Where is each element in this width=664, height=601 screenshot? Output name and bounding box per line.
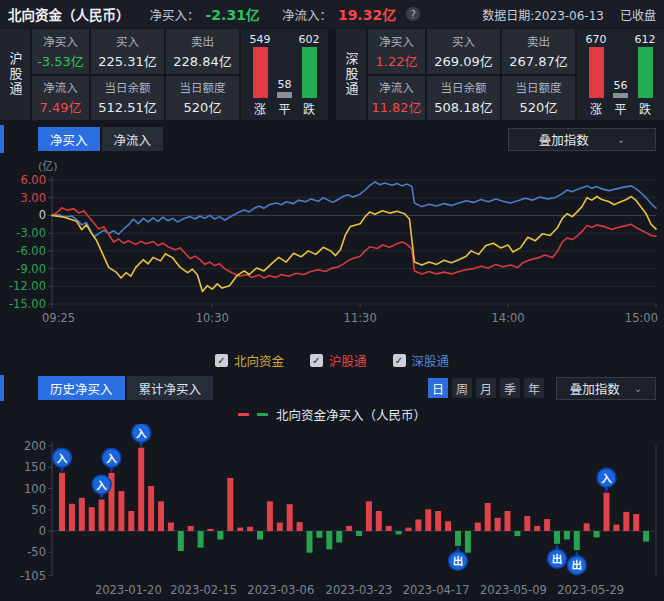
net-buy-bar: [406, 528, 412, 531]
net-buy-bar: [514, 531, 520, 536]
net-buy-bar: [69, 504, 75, 531]
checkbox-checked-icon[interactable]: ✓: [393, 354, 406, 367]
updown-count: 56: [614, 79, 628, 92]
updown-label: 平: [614, 100, 626, 117]
pin-glyph: 入: [601, 472, 612, 484]
net-buy-bar: [544, 519, 550, 531]
tab-intraday-1[interactable]: 净流入: [102, 127, 164, 151]
inflow-pin-marker[interactable]: 入: [92, 475, 111, 498]
updown-bar-down: [638, 47, 653, 98]
net-buy-bar: [277, 523, 283, 532]
updown-count: 549: [250, 33, 271, 46]
net-buy-bar: [495, 518, 501, 531]
date-tick-label: 2023-03-23: [326, 583, 393, 597]
net-buy-bar: [564, 531, 570, 540]
checkbox-checked-icon[interactable]: ✓: [215, 354, 228, 367]
history-tabs: 历史净买入累计净买入: [38, 376, 213, 400]
stat-cell: 当日余额508.18亿: [427, 76, 500, 121]
stat-label: 当日额度: [180, 79, 226, 95]
net-buy-bar: [465, 531, 471, 553]
net-buy-bar: [128, 511, 134, 531]
net-buy-bar: [425, 509, 431, 531]
date-tick-label: 2023-03-06: [247, 583, 314, 597]
net-buy-bar: [307, 531, 313, 553]
connect-panel-沪股通: 沪股通净买入-3.53亿买入225.31亿卖出228.84亿净流入7.49亿当日…: [0, 29, 328, 120]
net-buy-bar: [168, 523, 174, 532]
stat-label: 买入: [116, 33, 139, 49]
net-buy-bar: [396, 531, 402, 534]
period-button-1[interactable]: 周: [452, 378, 472, 398]
net-buy-bar: [178, 531, 184, 551]
y-tick-label: 50: [31, 503, 46, 517]
pin-glyph: 出: [453, 555, 464, 567]
period-button-4[interactable]: 年: [524, 378, 544, 398]
inflow-pin-marker[interactable]: 入: [132, 424, 151, 446]
header-bar: 北向资金（人民币） 净买入： -2.31亿 净流入： 19.32亿 ? 数据日期…: [0, 0, 664, 28]
outflow-pin-marker[interactable]: 出: [548, 546, 567, 569]
intraday-tabs: 净买入净流入: [38, 127, 163, 151]
legend-item-0[interactable]: ✓北向资金: [215, 351, 284, 370]
legend-item-2[interactable]: ✓深股通: [393, 351, 450, 370]
overlay-index-dropdown-2[interactable]: 叠加指数 ⌄: [556, 377, 656, 400]
date-tick-label: 2023-04-17: [403, 583, 470, 597]
period-button-0[interactable]: 日: [428, 378, 448, 398]
net-buy-bar: [386, 526, 392, 531]
overlay-index-dropdown[interactable]: 叠加指数 ⌄: [508, 128, 656, 151]
stat-value: 520亿: [184, 97, 222, 116]
inflow-pin-marker[interactable]: 入: [597, 468, 616, 491]
stat-value: 1.22亿: [376, 51, 418, 70]
y-tick-label: 0: [39, 208, 46, 222]
help-icon[interactable]: ?: [406, 7, 420, 21]
net-buy-bar: [99, 500, 105, 531]
net-buy-bar: [346, 526, 352, 531]
net-buy-bar: [534, 526, 540, 531]
pin-glyph: 入: [96, 479, 107, 491]
section-accent-bar: [0, 125, 4, 153]
tab-intraday-0[interactable]: 净买入: [38, 127, 100, 151]
tab-history-0[interactable]: 历史净买入: [38, 376, 125, 400]
net-buy-bar: [435, 511, 441, 531]
stat-label: 买入: [452, 33, 475, 49]
net-buy-bar: [79, 498, 85, 531]
net-buy-bar: [604, 493, 610, 531]
net-buy-value: -2.31亿: [206, 4, 260, 24]
period-button-3[interactable]: 季: [500, 378, 520, 398]
net-buy-bar: [148, 486, 154, 531]
outflow-pin-marker[interactable]: 出: [449, 548, 468, 571]
line-chart-legend: ✓北向资金✓沪股通✓深股通: [0, 348, 664, 372]
connect-name-label: 沪股通: [0, 29, 30, 120]
legend-item-label: 沪股通: [329, 351, 367, 370]
y-tick-label: 6.00: [20, 173, 46, 187]
stat-value: -3.53亿: [37, 51, 84, 70]
net-buy-bar: [188, 526, 194, 531]
net-inflow-value: 19.32亿: [338, 4, 396, 24]
legend-dash-red: [238, 413, 249, 416]
updown-col-down: 612跌: [635, 33, 656, 117]
period-button-2[interactable]: 月: [476, 378, 496, 398]
northbound-funds-app: 北向资金（人民币） 净买入： -2.31亿 净流入： 19.32亿 ? 数据日期…: [0, 0, 664, 601]
pin-glyph: 出: [552, 553, 563, 565]
stat-value: 267.87亿: [509, 51, 568, 70]
stat-label: 卖出: [527, 33, 550, 49]
net-buy-label: 净买入：: [150, 5, 200, 24]
page-title: 北向资金（人民币）: [8, 4, 130, 24]
legend-item-1[interactable]: ✓沪股通: [310, 351, 367, 370]
y-tick-label: -50: [27, 545, 46, 559]
tab-history-1[interactable]: 累计净买入: [127, 376, 214, 400]
pin-glyph: 入: [106, 452, 117, 464]
net-buy-bar: [208, 529, 214, 531]
checkbox-checked-icon[interactable]: ✓: [310, 354, 323, 367]
stat-cell: 当日余额512.51亿: [91, 76, 164, 121]
inflow-pin-marker[interactable]: 入: [53, 448, 72, 471]
y-tick-label: 3.00: [20, 191, 46, 205]
stat-cell: 净流入11.82亿: [368, 76, 425, 121]
bar-legend-label: 北向资金净买入（人民币）: [276, 405, 426, 424]
inflow-pin-marker[interactable]: 入: [102, 448, 121, 471]
intraday-line-chart: (亿)6.003.000-3.00-6.00-9.00-12.00-15.000…: [0, 156, 664, 348]
net-buy-bar: [297, 522, 303, 531]
stat-cell: 卖出228.84亿: [166, 29, 239, 74]
net-buy-bar: [643, 531, 649, 542]
pin-glyph: 出: [572, 559, 583, 571]
outflow-pin-marker[interactable]: 出: [567, 552, 586, 575]
y-tick-label: -105: [20, 569, 46, 583]
